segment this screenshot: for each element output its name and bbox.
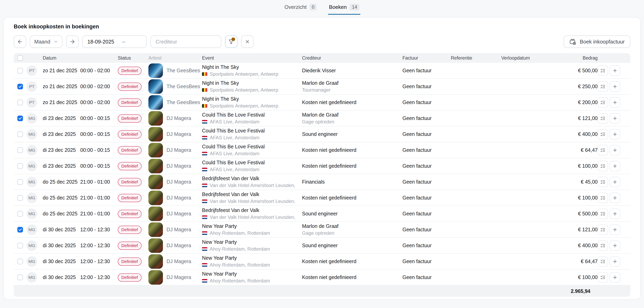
row-checkbox[interactable] — [17, 243, 23, 248]
booking-lines-button[interactable] — [598, 272, 608, 283]
status-badge: Definitief — [118, 226, 142, 234]
booking-lines-button[interactable] — [598, 193, 608, 203]
creditor-cell: Kosten niet gedefinieerd — [302, 163, 402, 169]
status-badge: Definitief — [118, 67, 142, 75]
creditor-name: Kosten niet gedefinieerd — [302, 259, 402, 264]
add-cost-button[interactable] — [610, 65, 620, 76]
row-actions — [598, 193, 633, 203]
row-checkbox[interactable] — [17, 116, 23, 121]
event-venue-label: Ahoy Rotterdam, Rotterdam — [210, 278, 270, 284]
add-cost-button[interactable] — [610, 97, 620, 108]
add-cost-button[interactable] — [610, 193, 620, 203]
row-checkbox[interactable] — [17, 84, 23, 89]
book-purchase-invoice-label: Boek inkoopfactuur — [580, 39, 625, 45]
event-venue: Van der Valk Hotel Amersfoort Leusden, L… — [202, 198, 296, 204]
tab-overzicht[interactable]: Overzicht 0 — [284, 3, 318, 15]
row-checkbox[interactable] — [17, 195, 23, 201]
booking-lines-button[interactable] — [598, 209, 608, 219]
row-checkbox[interactable] — [17, 147, 23, 153]
artist-avatar — [148, 222, 163, 237]
amount-cell: € 250,00 — [552, 84, 598, 89]
date-cell: MG di 30 dec 2025 12:00 - 12:30 — [26, 256, 118, 267]
artist-name: The GeesBees — [166, 84, 200, 89]
booking-lines-button[interactable] — [598, 81, 608, 92]
tab-boeken[interactable]: Boeken 14 — [328, 3, 360, 15]
add-cost-button[interactable] — [610, 113, 620, 124]
add-cost-button[interactable] — [610, 81, 620, 92]
event-cell: Could This Be Love Festival AFAS Live, A… — [202, 128, 302, 141]
next-period-button[interactable] — [66, 35, 79, 48]
add-cost-button[interactable] — [610, 240, 620, 251]
artist-avatar — [148, 191, 163, 205]
creditor-name: Kosten niet gedefinieerd — [302, 99, 402, 105]
column-header-factuur[interactable]: Factuur — [402, 55, 451, 61]
status-cell: Definitief — [118, 130, 148, 139]
add-cost-button[interactable] — [610, 145, 620, 155]
clear-filters-button[interactable] — [241, 35, 254, 48]
status-badge: Definitief — [118, 98, 142, 107]
booking-date: do 25 dec 2025 — [43, 195, 80, 201]
table-row: MG di 30 dec 2025 12:00 - 12:30 Definiti… — [14, 222, 630, 238]
booking-time: 21:00 - 01:00 — [80, 179, 110, 185]
column-header-datum[interactable]: Datum — [26, 55, 118, 61]
column-header-bedrag[interactable]: Bedrag — [552, 55, 598, 61]
row-checkbox[interactable] — [17, 211, 23, 217]
date-range-input[interactable]: 18-09-2025 – — [82, 35, 147, 48]
row-checkbox[interactable] — [17, 132, 23, 137]
row-checkbox[interactable] — [17, 275, 23, 280]
booking-lines-button[interactable] — [598, 177, 608, 187]
select-all-checkbox[interactable] — [17, 55, 23, 61]
row-checkbox[interactable] — [17, 100, 23, 105]
column-header-referentie[interactable]: Referentie — [451, 55, 501, 61]
row-select-cell — [14, 211, 26, 217]
booking-lines-button[interactable] — [598, 224, 608, 235]
row-checkbox[interactable] — [17, 259, 23, 264]
filter-button[interactable] — [225, 35, 238, 48]
artist-avatar — [148, 254, 163, 269]
artist-name: The GeesBees — [166, 68, 200, 73]
status-cell: Definitief — [118, 177, 148, 186]
add-cost-button[interactable] — [610, 256, 620, 267]
invoice-cell: Geen factuur — [402, 131, 451, 137]
add-cost-button[interactable] — [610, 209, 620, 219]
row-actions — [598, 97, 633, 108]
amount-cell: € 121,00 — [552, 115, 598, 121]
column-header-event[interactable]: Event — [202, 55, 302, 61]
add-cost-button[interactable] — [610, 224, 620, 235]
add-cost-button[interactable] — [610, 161, 620, 171]
book-purchase-invoice-button[interactable]: Boek inkoopfactuur — [564, 35, 630, 48]
row-checkbox[interactable] — [17, 227, 23, 233]
period-select[interactable]: Maand — [30, 35, 62, 48]
booking-lines-button[interactable] — [598, 65, 608, 76]
invoice-cell: Geen factuur — [402, 195, 451, 201]
column-header-crediteur[interactable]: Crediteur — [302, 55, 402, 61]
previous-period-button[interactable] — [14, 35, 26, 48]
event-venue-label: Sportpaleis Antwerpen, Antwerp — [210, 103, 278, 109]
status-cell: Definitief — [118, 209, 148, 218]
booking-lines-button[interactable] — [598, 240, 608, 251]
booking-lines-button[interactable] — [598, 97, 608, 108]
add-cost-button[interactable] — [610, 129, 620, 140]
booking-lines-button[interactable] — [598, 113, 608, 124]
list-checks-icon — [600, 243, 606, 248]
creditor-name: Diederik Visser — [302, 68, 402, 73]
column-header-status[interactable]: Status — [118, 55, 148, 61]
row-checkbox[interactable] — [17, 68, 23, 73]
date-cell: MG do 25 dec 2025 21:00 - 01:00 — [26, 177, 118, 187]
row-checkbox[interactable] — [17, 163, 23, 169]
row-checkbox[interactable] — [17, 179, 23, 185]
event-title: Night in The Sky — [202, 64, 296, 70]
creditor-filter-input[interactable]: Crediteur — [150, 35, 222, 48]
column-header-verloopdatum[interactable]: Verloopdatum — [501, 55, 552, 61]
plus-icon — [612, 259, 618, 264]
amount-cell: € 100,00 — [552, 195, 598, 201]
column-header-artiest[interactable]: Artiest — [148, 55, 202, 61]
booking-date: di 23 dec 2025 — [43, 115, 80, 121]
date-cell: MG di 23 dec 2025 00:00 - 00:15 — [26, 145, 118, 155]
booking-lines-button[interactable] — [598, 129, 608, 140]
add-cost-button[interactable] — [610, 272, 620, 283]
booking-lines-button[interactable] — [598, 161, 608, 171]
booking-lines-button[interactable] — [598, 145, 608, 155]
add-cost-button[interactable] — [610, 177, 620, 187]
booking-lines-button[interactable] — [598, 256, 608, 267]
